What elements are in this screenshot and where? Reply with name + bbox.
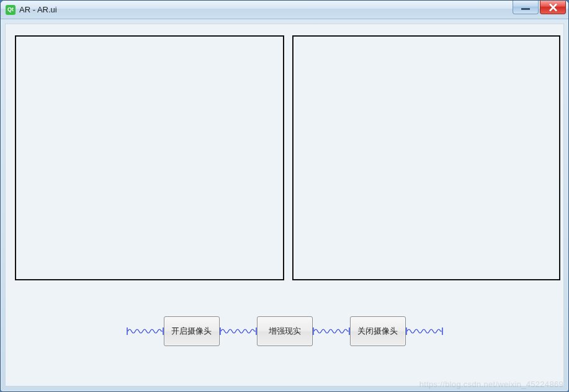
minimize-button[interactable]	[513, 1, 539, 14]
minimize-icon	[521, 8, 530, 10]
close-camera-button[interactable]: 关闭摄像头	[350, 316, 406, 346]
right-video-panel	[292, 35, 560, 280]
horizontal-spacer-icon	[220, 327, 257, 336]
button-row: 开启摄像头 增强现实 关闭摄像头	[6, 316, 563, 347]
qt-logo-icon: Qt	[6, 5, 16, 15]
augmented-reality-button[interactable]: 增强现实	[257, 316, 313, 346]
form-designer-area: 开启摄像头 增强现实 关闭摄像头	[5, 24, 564, 386]
app-window: Qt AR - AR.ui 开启摄像头	[0, 0, 569, 392]
close-icon	[549, 3, 557, 12]
open-camera-button[interactable]: 开启摄像头	[164, 316, 220, 346]
window-title: AR - AR.ui	[19, 5, 57, 14]
window-controls	[513, 1, 566, 14]
titlebar: Qt AR - AR.ui	[1, 1, 568, 19]
horizontal-spacer-icon	[313, 327, 350, 336]
horizontal-spacer-icon	[406, 327, 443, 336]
left-video-panel	[15, 35, 284, 280]
close-button[interactable]	[540, 1, 566, 14]
horizontal-spacer-icon	[127, 327, 164, 336]
